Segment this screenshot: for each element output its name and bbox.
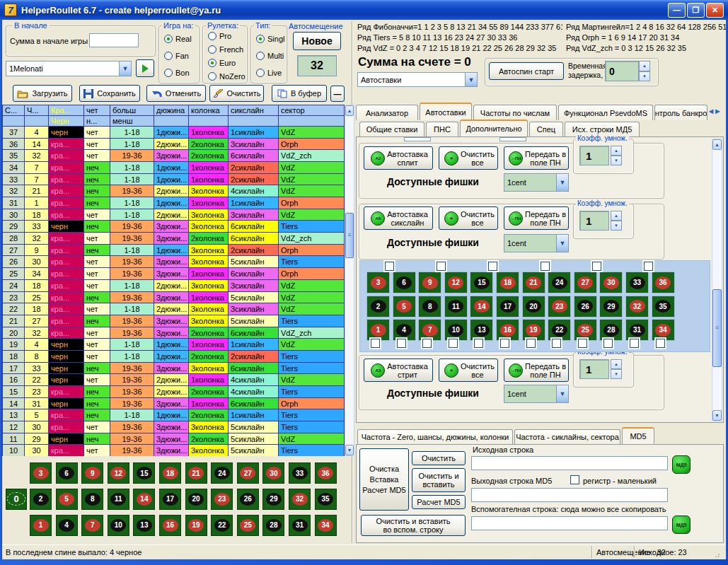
number-cell-25[interactable]: 25 <box>574 319 597 341</box>
number-cell-18[interactable]: 18 <box>159 462 181 484</box>
red-number-chip[interactable]: 12 <box>448 276 463 289</box>
number-cell-8[interactable]: 8 <box>418 296 441 318</box>
black-number-chip[interactable]: 11 <box>110 493 126 506</box>
scroll-up-icon[interactable]: ▲ <box>712 139 722 150</box>
sixline-checkbox[interactable] <box>541 262 550 271</box>
black-number-chip[interactable]: 2 <box>33 493 49 506</box>
number-cell-17[interactable]: 17 <box>159 489 181 510</box>
red-number-chip[interactable]: 21 <box>188 467 204 479</box>
number-cell-32[interactable]: 32 <box>625 296 649 318</box>
md5-calc-button[interactable]: Расчет MD5 <box>412 495 466 509</box>
number-cell-3[interactable]: 3 <box>366 272 390 293</box>
radio-option-multi[interactable]: Multi <box>256 52 284 60</box>
black-number-chip[interactable]: 35 <box>655 300 671 313</box>
checkbox-icon[interactable] <box>552 339 561 348</box>
radio-option-fan[interactable]: Fan <box>164 52 189 60</box>
radio-option-pro[interactable]: Pro <box>208 32 231 40</box>
red-number-chip[interactable]: 7 <box>85 519 100 532</box>
number-cell-5[interactable]: 5 <box>56 489 78 510</box>
number-cell-2[interactable]: 2 <box>30 489 52 510</box>
radio-icon[interactable] <box>208 45 216 54</box>
sixline-checkbox[interactable] <box>437 262 446 271</box>
number-cell-33[interactable]: 33 <box>625 272 649 293</box>
red-number-chip[interactable]: 32 <box>630 300 645 313</box>
checkbox-icon[interactable] <box>437 262 446 271</box>
chips-select[interactable]: 1cent▼ <box>504 173 569 192</box>
number-cell-20[interactable]: 20 <box>185 489 207 510</box>
number-cell-28[interactable]: 28 <box>599 319 623 341</box>
spin-up-icon[interactable]: ▲ <box>639 61 650 71</box>
red-number-chip[interactable]: 36 <box>655 276 671 289</box>
black-number-chip[interactable]: 31 <box>292 519 308 532</box>
number-cell-13[interactable]: 13 <box>470 319 493 341</box>
preset-select[interactable]: 1Melonati ▼ <box>6 61 132 76</box>
number-cell-6[interactable]: 6 <box>56 462 78 484</box>
street-checkbox[interactable] <box>552 339 561 348</box>
table-scrollbar-thumb[interactable]: ≡ <box>345 213 354 258</box>
minimize-button[interactable]: — <box>668 3 686 18</box>
black-number-chip[interactable]: 24 <box>552 276 567 289</box>
autostake-button[interactable]: A6Автоставкасикслайн <box>364 206 433 230</box>
red-number-chip[interactable]: 16 <box>163 519 178 532</box>
freq-tab-2[interactable]: Частота - сиклайны, сектора <box>514 429 620 444</box>
clear-all-button[interactable]: ✶Очиститьвсе <box>439 146 498 170</box>
radio-option-real[interactable]: Real <box>164 35 192 43</box>
radio-icon[interactable] <box>256 35 265 43</box>
red-number-chip[interactable]: 9 <box>422 276 438 289</box>
play-button[interactable] <box>136 59 154 77</box>
resize-grip[interactable]: ⣠ <box>715 549 721 558</box>
freq-tab-1[interactable]: Частота - Zero, шансы, дюжины, колонки <box>357 429 513 444</box>
transfer-button[interactable]: →ПНПередать вполе ПН <box>504 206 569 230</box>
tab-3[interactable]: Частоты по числам <box>473 105 557 120</box>
checkbox-icon[interactable] <box>397 339 406 348</box>
number-cell-9[interactable]: 9 <box>81 462 103 484</box>
street-checkbox[interactable] <box>449 339 458 348</box>
aux-string-input[interactable] <box>471 516 668 530</box>
history-table[interactable]: С...Ч...Кра...четбольшдюжинаколонкасиксл… <box>2 105 345 456</box>
black-number-chip[interactable]: 11 <box>448 300 463 313</box>
red-number-chip[interactable]: 19 <box>526 324 541 337</box>
black-number-chip[interactable]: 20 <box>526 300 541 313</box>
buffer-button[interactable]: В буфер <box>272 85 327 102</box>
md5-icon[interactable]: МД5 <box>672 455 691 474</box>
number-cell-35[interactable]: 35 <box>652 296 675 318</box>
md5-clear-paste-aux-button[interactable]: Очистить и вставить во вспом. строку <box>361 515 466 536</box>
chevron-down-icon[interactable]: ▼ <box>556 385 568 402</box>
transfer-button[interactable]: →ПНПередать вполе ПН <box>504 359 569 382</box>
red-number-chip[interactable]: 14 <box>474 300 490 313</box>
number-cell-14[interactable]: 14 <box>133 489 155 510</box>
spin-up-icon[interactable]: ▲ <box>611 146 622 156</box>
bets-mode-select[interactable]: Автоставки ▼ <box>357 72 478 87</box>
chevron-down-icon[interactable]: ▼ <box>119 62 131 76</box>
street-checkbox[interactable] <box>603 339 613 348</box>
number-cell-25[interactable]: 25 <box>237 515 259 536</box>
red-number-chip[interactable]: 32 <box>292 493 308 506</box>
number-cell-29[interactable]: 29 <box>262 489 284 510</box>
title-bar[interactable]: 7 HelperRoullet 6.7 - create helperroull… <box>0 0 728 20</box>
number-cell-15[interactable]: 15 <box>133 462 155 484</box>
checkbox-icon[interactable] <box>541 262 550 271</box>
number-cell-18[interactable]: 18 <box>496 272 519 293</box>
load-button[interactable]: Загрузить <box>13 85 72 102</box>
checkbox-icon[interactable] <box>474 339 483 348</box>
number-cell-8[interactable]: 8 <box>81 489 103 510</box>
subtab-4[interactable]: Спец <box>529 122 563 136</box>
sixline-checkbox[interactable] <box>644 262 653 271</box>
radio-option-live[interactable]: Live <box>256 69 282 77</box>
transfer-button[interactable]: →ПНПередать вполе ПН <box>504 146 569 170</box>
chips-select[interactable]: 1cent▼ <box>504 385 569 403</box>
number-cell-19[interactable]: 19 <box>185 515 207 536</box>
chevron-down-icon[interactable]: ▼ <box>465 73 477 86</box>
sixline-checkbox[interactable] <box>488 262 497 271</box>
radio-option-french[interactable]: French <box>208 45 243 54</box>
number-cell-11[interactable]: 11 <box>444 296 468 318</box>
save-button[interactable]: Сохранить <box>79 85 140 102</box>
red-number-chip[interactable]: 34 <box>655 324 671 337</box>
checkbox-icon[interactable] <box>371 339 380 348</box>
undo-button[interactable]: Отменить <box>146 85 206 102</box>
red-number-chip[interactable]: 7 <box>422 324 438 337</box>
number-cell-36[interactable]: 36 <box>315 462 337 484</box>
black-number-chip[interactable]: 22 <box>214 519 230 532</box>
number-cell-19[interactable]: 19 <box>522 319 545 341</box>
number-cell-28[interactable]: 28 <box>262 515 284 536</box>
